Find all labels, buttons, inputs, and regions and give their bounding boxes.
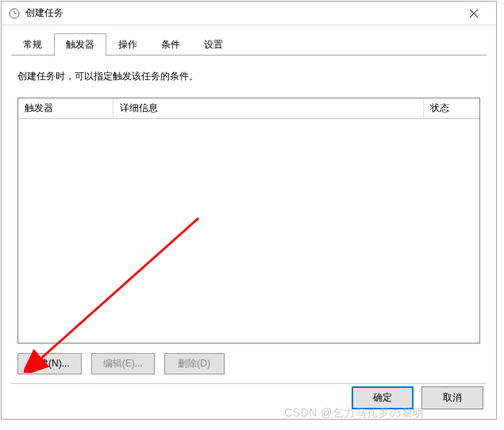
window-title: 创建任务 (25, 6, 458, 20)
new-button[interactable]: 新建(N)... (17, 353, 82, 374)
close-button[interactable] (458, 2, 490, 25)
tab-triggers[interactable]: 触发器 (54, 33, 106, 56)
dialog-buttons: 确定 取消 (352, 386, 483, 409)
tab-actions[interactable]: 操作 (106, 33, 149, 56)
table-header: 触发器 详细信息 状态 (18, 98, 479, 119)
column-trigger[interactable]: 触发器 (18, 98, 113, 118)
separator (11, 383, 487, 384)
ok-button[interactable]: 确定 (352, 386, 414, 409)
button-row: 新建(N)... 编辑(E)... 删除(D) (17, 353, 480, 374)
clock-icon (8, 7, 21, 20)
close-icon (470, 10, 478, 17)
tab-content: 创建任务时，可以指定触发该任务的条件。 触发器 详细信息 状态 新建(N)...… (2, 56, 496, 384)
triggers-table[interactable]: 触发器 详细信息 状态 (17, 98, 480, 344)
titlebar: 创建任务 (2, 2, 496, 25)
tab-settings[interactable]: 设置 (192, 33, 235, 56)
delete-button: 删除(D) (164, 353, 225, 374)
edit-button: 编辑(E)... (91, 353, 155, 374)
column-status[interactable]: 状态 (424, 98, 479, 118)
cancel-button[interactable]: 取消 (421, 386, 483, 409)
tab-strip: 常规 触发器 操作 条件 设置 (2, 25, 496, 56)
description-text: 创建任务时，可以指定触发该任务的条件。 (17, 70, 480, 83)
column-details[interactable]: 详细信息 (113, 98, 424, 118)
tab-conditions[interactable]: 条件 (149, 33, 192, 56)
dialog-window: 创建任务 常规 触发器 操作 条件 设置 创建任务时，可以指定触发该任务的条件。… (1, 1, 497, 420)
tab-general[interactable]: 常规 (11, 33, 54, 56)
